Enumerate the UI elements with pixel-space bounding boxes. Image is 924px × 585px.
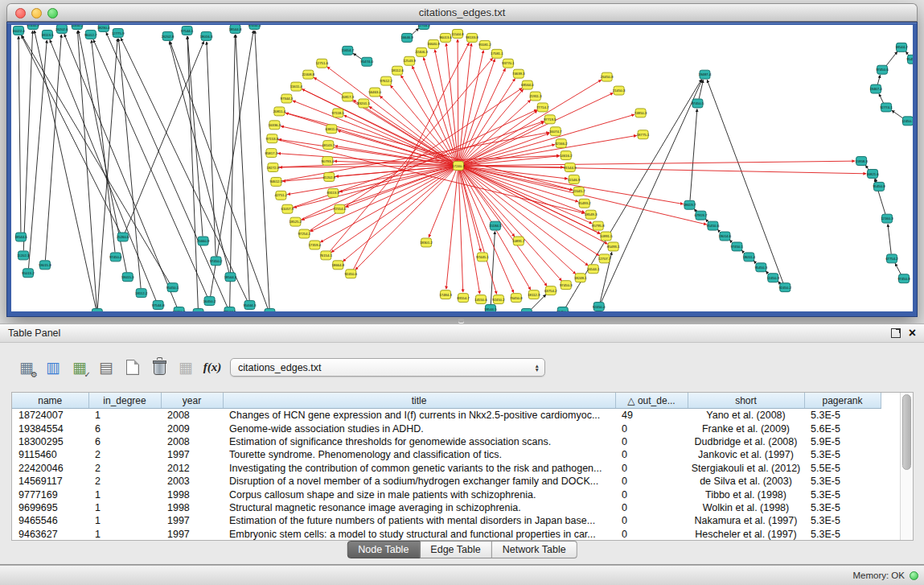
- graph-node[interactable]: 77714-7: [536, 103, 549, 112]
- column-header-title[interactable]: title: [223, 393, 615, 409]
- graph-edge[interactable]: [460, 171, 497, 295]
- close-button[interactable]: [15, 8, 26, 19]
- graph-edge[interactable]: [390, 85, 454, 163]
- graph-edge[interactable]: [895, 263, 901, 274]
- graph-node[interactable]: 16646-9: [400, 33, 413, 42]
- graph-node[interactable]: 26450-8: [601, 72, 614, 81]
- graph-node[interactable]: 59015-3: [121, 273, 134, 282]
- graph-edge[interactable]: [460, 171, 481, 252]
- graph-node[interactable]: 85817-3: [265, 149, 278, 158]
- graph-node[interactable]: 67919-7: [695, 211, 708, 220]
- graph-node[interactable]: 15184-5: [489, 221, 502, 230]
- graph-node[interactable]: 18549-3: [585, 210, 598, 219]
- graph-node[interactable]: 18544-8: [229, 25, 242, 33]
- graph-node[interactable]: 18016-8: [192, 309, 205, 311]
- graph-node[interactable]: 63754-2: [544, 286, 557, 295]
- graph-node[interactable]: 95450-6: [707, 221, 720, 230]
- graph-edge[interactable]: [459, 51, 483, 162]
- graph-node[interactable]: 18112-9: [528, 290, 540, 299]
- graph-edge[interactable]: [464, 161, 855, 166]
- graph-edge[interactable]: [302, 89, 601, 233]
- graph-edge[interactable]: [463, 122, 544, 163]
- graph-node[interactable]: 63811-0: [326, 125, 339, 134]
- show-columns-icon[interactable]: ▥: [43, 356, 64, 377]
- graph-edge[interactable]: [446, 171, 458, 289]
- graph-node[interactable]: 97445-1: [476, 253, 489, 262]
- graph-node[interactable]: 42751-2: [275, 191, 288, 200]
- graph-node[interactable]: 97450-3: [560, 281, 573, 290]
- graph-node[interactable]: 96012-7: [84, 30, 97, 39]
- graph-node[interactable]: 12543-9: [403, 56, 416, 65]
- graph-node[interactable]: 97544-1: [181, 26, 194, 35]
- graph-node[interactable]: 25660-9: [197, 237, 210, 245]
- graph-node[interactable]: 97450-7: [91, 309, 104, 311]
- window-titlebar[interactable]: citations_edges.txt: [6, 3, 918, 22]
- graph-node[interactable]: 94612-5: [270, 177, 283, 186]
- graph-node[interactable]: 12775-9: [112, 28, 125, 37]
- graph-node[interactable]: 76154-1: [319, 251, 332, 260]
- graph-node[interactable]: 92774-1: [880, 103, 893, 112]
- graph-node[interactable]: 32166-2: [555, 139, 568, 148]
- graph-node[interactable]: 15958-3: [855, 157, 868, 166]
- graph-node[interactable]: 95795-8: [592, 221, 605, 230]
- graph-node[interactable]: 97544-8: [152, 301, 165, 310]
- graph-edge[interactable]: [400, 76, 455, 162]
- graph-node[interactable]: 11202-3: [17, 251, 30, 260]
- graph-node[interactable]: 12707-7: [598, 254, 611, 263]
- graph-node[interactable]: 22045-7: [573, 187, 585, 196]
- graph-edge[interactable]: [18, 36, 21, 233]
- graph-edge[interactable]: [338, 130, 453, 164]
- graph-node[interactable]: 18301-2: [420, 238, 433, 247]
- panel-resize-handle[interactable]: [458, 319, 464, 323]
- graph-node[interactable]: 97254-1: [298, 229, 311, 238]
- graph-edge[interactable]: [690, 109, 697, 200]
- graph-node[interactable]: 11450-2: [71, 25, 84, 29]
- graph-edge[interactable]: [602, 80, 703, 303]
- network-canvas[interactable]: 17240-712751-622408-811611-497344-320811…: [11, 25, 913, 311]
- graph-node[interactable]: 74850-3: [634, 109, 647, 117]
- graph-edge[interactable]: [462, 169, 562, 281]
- graph-node[interactable]: 68564-0: [521, 80, 534, 89]
- column-header-year[interactable]: year: [161, 393, 223, 409]
- minimize-button[interactable]: [31, 8, 42, 19]
- graph-node[interactable]: 18544-2: [895, 43, 908, 51]
- graph-node[interactable]: 18112-2: [135, 289, 148, 298]
- graph-edge[interactable]: [353, 53, 362, 59]
- graph-node[interactable]: 14550-6: [474, 295, 487, 304]
- graph-node[interactable]: 15654-7: [341, 46, 354, 55]
- tab-network-table[interactable]: Network Table: [492, 541, 577, 558]
- graph-node[interactable]: 16074-7: [549, 127, 562, 136]
- graph-node[interactable]: 18272-8: [267, 163, 280, 172]
- graph-node[interactable]: 20817-3: [341, 93, 354, 101]
- graph-edge[interactable]: [45, 35, 61, 260]
- graph-node[interactable]: 10891-7: [512, 237, 525, 245]
- graph-node[interactable]: 95450-8: [873, 182, 885, 191]
- graph-node[interactable]: 25260-6: [117, 233, 129, 241]
- table-scrollbar[interactable]: [900, 393, 913, 540]
- graph-node[interactable]: 18544-1: [224, 273, 237, 282]
- graph-node[interactable]: 10991-5: [600, 232, 613, 241]
- column-header-in_degree[interactable]: in_degree: [88, 393, 161, 409]
- graph-node[interactable]: 74639-3: [512, 69, 525, 78]
- graph-node[interactable]: 21450-3: [613, 86, 626, 95]
- tab-node-table[interactable]: Node Table: [347, 541, 420, 558]
- graph-node[interactable]: 18051-4: [743, 253, 756, 262]
- graph-edge[interactable]: [77, 31, 97, 308]
- graph-edge[interactable]: [462, 100, 531, 163]
- table-row[interactable]: 2242004622012Investigating the contribut…: [12, 462, 881, 475]
- graph-edge[interactable]: [23, 31, 32, 250]
- graph-node[interactable]: 16336-3: [269, 121, 281, 130]
- graph-node[interactable]: 95444-3: [244, 301, 257, 310]
- graph-edge[interactable]: [464, 167, 578, 202]
- graph-node[interactable]: 18544-9: [224, 307, 236, 311]
- graph-node[interactable]: 97450-1: [731, 242, 744, 251]
- graph-edge[interactable]: [170, 41, 268, 308]
- graph-edge[interactable]: [22, 35, 170, 283]
- function-builder-icon[interactable]: f(x): [202, 356, 223, 377]
- select-all-table-icon[interactable]: ▦✓: [69, 356, 90, 377]
- graph-node[interactable]: 98133-8: [466, 33, 478, 42]
- graph-node[interactable]: 12202-5: [264, 309, 277, 311]
- tab-edge-table[interactable]: Edge Table: [420, 541, 491, 558]
- graph-node[interactable]: 16821-6: [866, 169, 879, 178]
- graph-node[interactable]: 83201-5: [357, 99, 370, 108]
